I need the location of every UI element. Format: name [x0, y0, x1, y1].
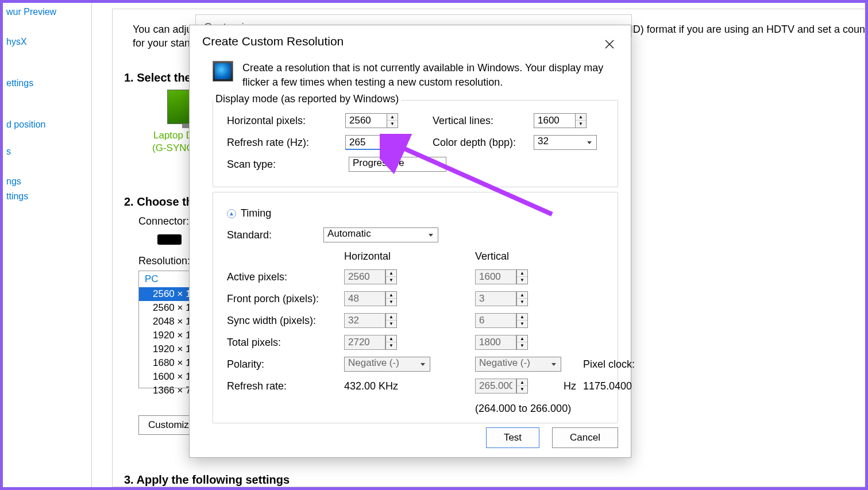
step-3-heading: 3. Apply the following settings — [124, 473, 290, 487]
total-pixels-v-input[interactable] — [475, 335, 516, 350]
spinner-buttons[interactable]: ▲▼ — [385, 269, 397, 284]
sidebar-link[interactable]: s — [3, 145, 91, 158]
spinner-buttons[interactable]: ▲▼ — [516, 335, 528, 350]
front-porch-v-input[interactable] — [475, 291, 516, 306]
resolution-label: Resolution: — [138, 255, 190, 267]
intro-text: You can adjus — [133, 24, 197, 36]
color-depth-label: Color depth (bpp): — [433, 137, 530, 149]
sync-width-h-input[interactable] — [344, 313, 385, 328]
connector-label: Connector: — [138, 215, 189, 227]
sidebar-link[interactable]: hysX — [3, 36, 91, 48]
active-pixels-h-input[interactable] — [344, 269, 385, 284]
dialog-intro-text: Create a resolution that is not currentl… — [242, 61, 618, 90]
refresh-rate-horizontal-value: 432.00 KHz — [344, 380, 430, 392]
sidebar-link[interactable]: ttings — [3, 190, 91, 203]
refresh-range-note: (264.000 to 266.000) — [475, 403, 581, 415]
spinner-buttons[interactable]: ▲▼ — [385, 313, 397, 328]
vertical-lines-label: Vertical lines: — [433, 115, 530, 127]
total-pixels-label: Total pixels: — [227, 337, 342, 349]
scan-type-select[interactable]: Progressive — [349, 157, 446, 172]
pixel-clock-value: 1175.0400 — [583, 380, 663, 392]
connector-icon — [157, 234, 182, 245]
horizontal-pixels-label: Horizontal pixels: — [227, 115, 342, 127]
monitor-icon — [213, 61, 233, 82]
spinner-buttons[interactable]: ▲▼ — [385, 335, 397, 350]
test-button[interactable]: Test — [486, 427, 539, 448]
intro-text-right: (HD) format if you are using an HDTV and… — [622, 24, 865, 36]
sync-width-label: Sync width (pixels): — [227, 315, 342, 327]
horizontal-column-header: Horizontal — [344, 250, 430, 263]
spinner-buttons[interactable]: ▲▼ — [516, 291, 528, 306]
front-porch-h-input[interactable] — [344, 291, 385, 306]
total-pixels-h-input[interactable] — [344, 335, 385, 350]
sidebar-link[interactable]: wur Preview — [3, 6, 91, 18]
spinner-buttons[interactable]: ▲▼ — [387, 135, 398, 150]
monitor-label: Laptop D — [153, 130, 193, 141]
spinner-buttons[interactable]: ▲▼ — [385, 291, 397, 306]
polarity-label: Polarity: — [227, 358, 342, 371]
step-2-heading: 2. Choose the — [124, 195, 199, 209]
create-custom-resolution-dialog: Create Custom Resolution Create a resolu… — [189, 25, 631, 458]
sidebar-link[interactable]: ngs — [3, 175, 91, 188]
active-pixels-label: Active pixels: — [227, 271, 342, 283]
spinner-buttons[interactable]: ▲▼ — [516, 379, 528, 393]
sidebar-link[interactable]: ettings — [3, 77, 91, 90]
dialog-title: Create Custom Resolution — [190, 25, 631, 54]
vertical-lines-input[interactable] — [534, 113, 575, 128]
category-sidebar: wur Preview hysX ettings d position s ng… — [3, 3, 92, 487]
close-icon — [604, 39, 615, 49]
spinner-buttons[interactable]: ▲▼ — [575, 113, 587, 128]
spinner-buttons[interactable]: ▲▼ — [516, 313, 528, 328]
polarity-v-select[interactable]: Negative (-) — [475, 357, 561, 372]
refresh-rate-v-input[interactable] — [475, 379, 516, 393]
spinner-buttons[interactable]: ▲▼ — [387, 113, 398, 128]
front-porch-label: Front porch (pixels): — [227, 293, 342, 305]
cancel-button[interactable]: Cancel — [552, 427, 618, 448]
close-button[interactable] — [601, 36, 618, 53]
timing-group: ▲ Timing Standard: Automatic Horizontal … — [213, 192, 618, 423]
horizontal-pixels-input[interactable] — [345, 113, 387, 128]
standard-label: Standard: — [227, 229, 272, 241]
color-depth-select[interactable]: 32 — [534, 135, 597, 150]
timing-heading: Timing — [241, 207, 271, 219]
pixel-clock-label: Pixel clock: — [583, 358, 663, 371]
display-mode-group: Horizontal pixels: ▲▼ Vertical lines: ▲▼… — [213, 100, 618, 187]
active-pixels-v-input[interactable] — [475, 269, 516, 284]
scan-type-label: Scan type: — [227, 159, 338, 171]
hz-label: Hz — [564, 380, 581, 392]
spinner-buttons[interactable]: ▲▼ — [516, 269, 528, 284]
sync-width-v-input[interactable] — [475, 313, 516, 328]
polarity-h-select[interactable]: Negative (-) — [344, 357, 430, 372]
standard-select[interactable]: Automatic — [323, 227, 438, 242]
collapse-toggle-icon[interactable]: ▲ — [227, 209, 236, 218]
refresh-rate-label: Refresh rate (Hz): — [227, 137, 342, 149]
refresh-rate-input[interactable] — [345, 135, 387, 150]
vertical-column-header: Vertical — [475, 250, 561, 263]
refresh-rate-row-label: Refresh rate: — [227, 380, 342, 392]
sidebar-link[interactable]: d position — [3, 118, 91, 131]
